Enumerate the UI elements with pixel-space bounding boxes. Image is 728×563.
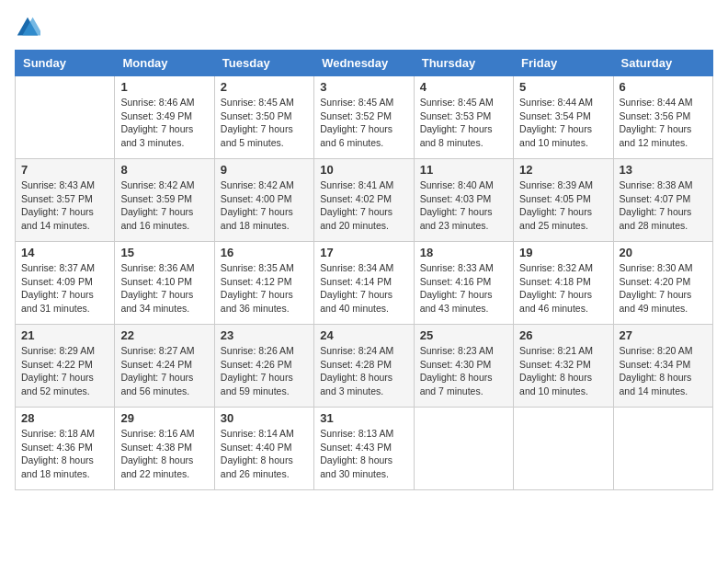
day-info: Sunrise: 8:34 AM Sunset: 4:14 PM Dayligh… [320,261,407,316]
day-cell: 4Sunrise: 8:45 AM Sunset: 3:53 PM Daylig… [414,76,513,159]
day-number: 29 [120,411,208,425]
day-info: Sunrise: 8:43 AM Sunset: 3:57 PM Dayligh… [21,178,108,233]
day-info: Sunrise: 8:44 AM Sunset: 3:54 PM Dayligh… [519,96,607,150]
day-cell [613,408,712,490]
week-row-5: 28Sunrise: 8:18 AM Sunset: 4:36 PM Dayli… [16,408,713,490]
day-number: 26 [519,328,607,342]
day-cell: 7Sunrise: 8:43 AM Sunset: 3:57 PM Daylig… [16,159,115,242]
day-info: Sunrise: 8:45 AM Sunset: 3:52 PM Dayligh… [320,96,407,150]
day-info: Sunrise: 8:24 AM Sunset: 4:28 PM Dayligh… [320,344,407,398]
day-cell: 23Sunrise: 8:26 AM Sunset: 4:26 PM Dayli… [214,325,313,408]
day-info: Sunrise: 8:20 AM Sunset: 4:34 PM Dayligh… [620,344,707,398]
day-info: Sunrise: 8:37 AM Sunset: 4:09 PM Dayligh… [21,261,108,316]
day-cell: 18Sunrise: 8:33 AM Sunset: 4:16 PM Dayli… [414,242,513,325]
logo-icon [15,15,40,40]
day-cell: 6Sunrise: 8:44 AM Sunset: 3:56 PM Daylig… [613,76,712,159]
day-number: 23 [221,328,308,342]
day-number: 6 [620,80,707,94]
day-number: 15 [120,246,208,259]
day-info: Sunrise: 8:38 AM Sunset: 4:07 PM Dayligh… [620,178,707,233]
day-info: Sunrise: 8:46 AM Sunset: 3:49 PM Dayligh… [120,96,208,150]
day-number: 3 [320,80,407,94]
day-cell: 20Sunrise: 8:30 AM Sunset: 4:20 PM Dayli… [613,242,712,325]
day-cell [414,408,513,490]
day-info: Sunrise: 8:44 AM Sunset: 3:56 PM Dayligh… [620,96,707,150]
day-cell: 8Sunrise: 8:42 AM Sunset: 3:59 PM Daylig… [115,159,214,242]
day-cell: 10Sunrise: 8:41 AM Sunset: 4:02 PM Dayli… [314,159,414,242]
days-header-row: SundayMondayTuesdayWednesdayThursdayFrid… [16,51,713,76]
day-info: Sunrise: 8:13 AM Sunset: 4:43 PM Dayligh… [320,427,407,481]
day-header-sunday: Sunday [16,51,115,76]
day-number: 22 [120,328,208,342]
day-cell: 11Sunrise: 8:40 AM Sunset: 4:03 PM Dayli… [414,159,513,242]
day-cell: 31Sunrise: 8:13 AM Sunset: 4:43 PM Dayli… [314,408,414,490]
day-info: Sunrise: 8:30 AM Sunset: 4:20 PM Dayligh… [620,261,707,316]
day-info: Sunrise: 8:36 AM Sunset: 4:10 PM Dayligh… [120,261,208,316]
day-cell: 30Sunrise: 8:14 AM Sunset: 4:40 PM Dayli… [214,408,313,490]
day-number: 4 [420,80,507,94]
day-number: 27 [620,328,707,342]
week-row-1: 1Sunrise: 8:46 AM Sunset: 3:49 PM Daylig… [16,76,713,159]
day-cell [514,408,613,490]
day-number: 20 [620,246,707,259]
day-header-thursday: Thursday [414,51,513,76]
day-number: 2 [221,80,308,94]
day-cell: 1Sunrise: 8:46 AM Sunset: 3:49 PM Daylig… [115,76,214,159]
day-info: Sunrise: 8:40 AM Sunset: 4:03 PM Dayligh… [420,178,507,233]
week-row-4: 21Sunrise: 8:29 AM Sunset: 4:22 PM Dayli… [16,325,713,408]
day-number: 11 [420,163,507,177]
day-info: Sunrise: 8:21 AM Sunset: 4:32 PM Dayligh… [519,344,607,398]
day-number: 21 [21,328,108,342]
day-header-monday: Monday [115,51,214,76]
day-info: Sunrise: 8:14 AM Sunset: 4:40 PM Dayligh… [221,427,308,481]
day-info: Sunrise: 8:32 AM Sunset: 4:18 PM Dayligh… [519,261,607,316]
day-info: Sunrise: 8:18 AM Sunset: 4:36 PM Dayligh… [21,427,108,481]
day-cell: 26Sunrise: 8:21 AM Sunset: 4:32 PM Dayli… [514,325,613,408]
day-cell: 29Sunrise: 8:16 AM Sunset: 4:38 PM Dayli… [115,408,214,490]
day-number: 17 [320,246,407,259]
week-row-3: 14Sunrise: 8:37 AM Sunset: 4:09 PM Dayli… [16,242,713,325]
day-number: 24 [320,328,407,342]
day-cell: 3Sunrise: 8:45 AM Sunset: 3:52 PM Daylig… [314,76,414,159]
day-info: Sunrise: 8:16 AM Sunset: 4:38 PM Dayligh… [120,427,208,481]
day-number: 31 [320,411,407,425]
day-number: 5 [519,80,607,94]
day-info: Sunrise: 8:35 AM Sunset: 4:12 PM Dayligh… [221,261,308,316]
day-cell: 16Sunrise: 8:35 AM Sunset: 4:12 PM Dayli… [214,242,313,325]
day-cell: 5Sunrise: 8:44 AM Sunset: 3:54 PM Daylig… [514,76,613,159]
day-info: Sunrise: 8:27 AM Sunset: 4:24 PM Dayligh… [120,344,208,398]
day-cell: 21Sunrise: 8:29 AM Sunset: 4:22 PM Dayli… [16,325,115,408]
day-info: Sunrise: 8:33 AM Sunset: 4:16 PM Dayligh… [420,261,507,316]
day-info: Sunrise: 8:41 AM Sunset: 4:02 PM Dayligh… [320,178,407,233]
header [15,15,713,40]
day-number: 9 [221,163,308,177]
day-cell: 28Sunrise: 8:18 AM Sunset: 4:36 PM Dayli… [16,408,115,490]
day-cell: 12Sunrise: 8:39 AM Sunset: 4:05 PM Dayli… [514,159,613,242]
day-info: Sunrise: 8:23 AM Sunset: 4:30 PM Dayligh… [420,344,507,398]
day-header-saturday: Saturday [613,51,712,76]
day-number: 13 [620,163,707,177]
day-header-wednesday: Wednesday [314,51,414,76]
day-info: Sunrise: 8:45 AM Sunset: 3:50 PM Dayligh… [221,96,308,150]
day-cell: 24Sunrise: 8:24 AM Sunset: 4:28 PM Dayli… [314,325,414,408]
day-number: 25 [420,328,507,342]
week-row-2: 7Sunrise: 8:43 AM Sunset: 3:57 PM Daylig… [16,159,713,242]
day-cell: 13Sunrise: 8:38 AM Sunset: 4:07 PM Dayli… [613,159,712,242]
day-info: Sunrise: 8:45 AM Sunset: 3:53 PM Dayligh… [420,96,507,150]
day-number: 28 [21,411,108,425]
day-cell: 15Sunrise: 8:36 AM Sunset: 4:10 PM Dayli… [115,242,214,325]
day-cell: 22Sunrise: 8:27 AM Sunset: 4:24 PM Dayli… [115,325,214,408]
day-info: Sunrise: 8:42 AM Sunset: 4:00 PM Dayligh… [221,178,308,233]
day-info: Sunrise: 8:39 AM Sunset: 4:05 PM Dayligh… [519,178,607,233]
day-info: Sunrise: 8:42 AM Sunset: 3:59 PM Dayligh… [120,178,208,233]
day-header-tuesday: Tuesday [214,51,313,76]
day-number: 14 [21,246,108,259]
day-cell: 27Sunrise: 8:20 AM Sunset: 4:34 PM Dayli… [613,325,712,408]
day-number: 8 [120,163,208,177]
day-number: 10 [320,163,407,177]
day-number: 1 [120,80,208,94]
day-header-friday: Friday [514,51,613,76]
day-number: 7 [21,163,108,177]
day-cell: 2Sunrise: 8:45 AM Sunset: 3:50 PM Daylig… [214,76,313,159]
day-cell: 9Sunrise: 8:42 AM Sunset: 4:00 PM Daylig… [214,159,313,242]
